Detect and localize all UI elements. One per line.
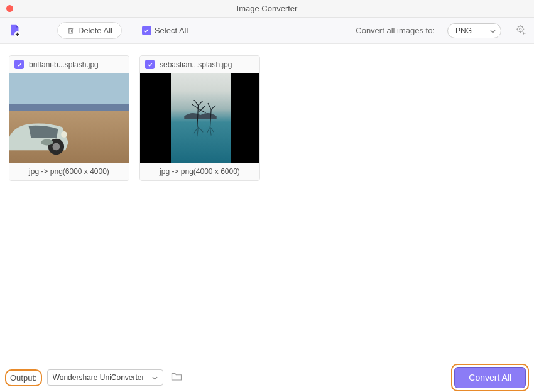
- image-grid: brittani-b...splash.jpg jpg -> png(6000 …: [0, 44, 534, 363]
- chevron-down-icon: [490, 26, 496, 35]
- image-card[interactable]: sebastian...splash.jpg jpg -> png(4000 x…: [139, 55, 260, 181]
- toolbar: Delete All Select All Convert all images…: [0, 18, 534, 44]
- svg-point-6: [41, 139, 53, 146]
- format-selected-value: PNG: [455, 26, 472, 35]
- image-thumbnail: [9, 73, 129, 163]
- image-checkbox[interactable]: [145, 60, 155, 69]
- image-checkbox[interactable]: [14, 60, 24, 69]
- conversion-info: jpg -> png(6000 x 4000): [9, 163, 129, 180]
- bottom-bar: Output: Wondershare UniConverter Convert…: [0, 363, 534, 392]
- select-all-label: Select All: [155, 26, 188, 35]
- convert-all-highlight: Convert All: [451, 364, 529, 391]
- close-window-dot[interactable]: [6, 5, 13, 12]
- image-thumbnail: [140, 73, 260, 163]
- conversion-info: jpg -> png(4000 x 6000): [140, 163, 259, 180]
- image-filename: brittani-b...splash.jpg: [29, 60, 99, 69]
- output-section-highlight: Output:: [5, 369, 42, 386]
- image-filename: sebastian...splash.jpg: [160, 60, 232, 69]
- titlebar: Image Converter: [0, 0, 534, 18]
- chevron-down-icon: [152, 373, 158, 382]
- select-all-checkbox[interactable]: Select All: [142, 26, 188, 35]
- convert-all-label: Convert All: [469, 373, 511, 383]
- svg-point-2: [520, 28, 521, 30]
- output-path-value: Wondershare UniConverter: [53, 373, 144, 382]
- output-label: Output:: [10, 373, 37, 383]
- output-path-select[interactable]: Wondershare UniConverter: [47, 369, 163, 386]
- delete-all-label: Delete All: [78, 26, 112, 35]
- window-title: Image Converter: [237, 4, 298, 13]
- checkbox-checked-icon: [142, 26, 151, 35]
- svg-point-4: [53, 143, 60, 151]
- convert-all-button[interactable]: Convert All: [454, 367, 526, 388]
- trash-icon: [67, 26, 75, 35]
- delete-all-button[interactable]: Delete All: [57, 22, 122, 39]
- svg-point-5: [61, 131, 67, 138]
- open-folder-icon[interactable]: [171, 371, 182, 384]
- card-header: brittani-b...splash.jpg: [9, 56, 129, 73]
- card-header: sebastian...splash.jpg: [140, 56, 259, 73]
- add-file-icon[interactable]: [8, 24, 21, 38]
- image-card[interactable]: brittani-b...splash.jpg jpg -> png(6000 …: [9, 55, 129, 181]
- convert-to-label: Convert all images to:: [356, 26, 435, 35]
- format-select[interactable]: PNG: [447, 23, 501, 38]
- settings-icon[interactable]: [515, 24, 526, 38]
